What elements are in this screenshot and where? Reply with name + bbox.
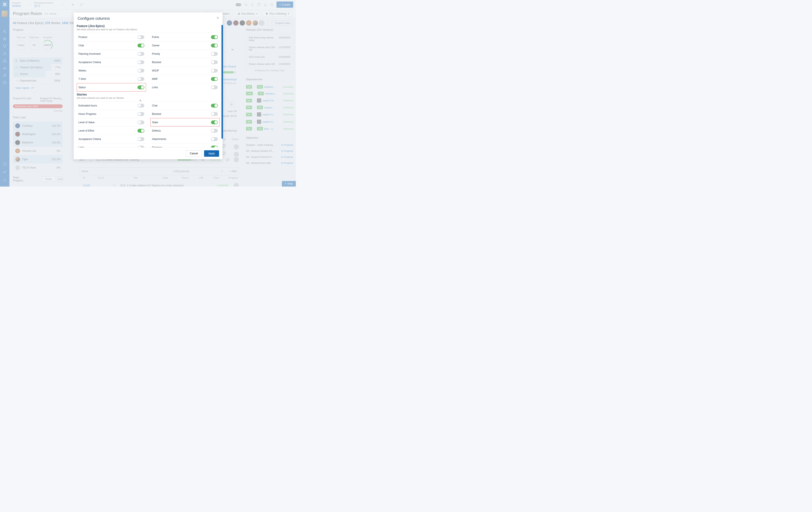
toggle-row: Planning Increment	[77, 50, 146, 58]
toggle-row: Chat	[150, 101, 220, 110]
toggle-label: Priority	[152, 52, 160, 55]
toggle-row: Progress	[150, 143, 220, 148]
toggle-switch[interactable]	[211, 129, 218, 133]
toggle-switch[interactable]	[138, 112, 144, 116]
toggle-row: Owner	[150, 41, 220, 50]
toggle-row: Links	[150, 83, 220, 91]
toggle-label: Attachments	[152, 138, 167, 141]
toggle-row: Defects	[150, 126, 220, 135]
toggle-switch[interactable]	[211, 77, 218, 81]
toggle-switch[interactable]	[138, 137, 144, 141]
toggle-row: Weeks	[77, 66, 146, 75]
toggle-label: Planning Increment	[79, 52, 100, 55]
toggle-label: Chat	[79, 44, 84, 47]
toggle-row: Links	[77, 143, 146, 148]
modal-title: Configure columns	[78, 16, 219, 21]
toggle-label: Points	[152, 36, 159, 39]
toggle-label: Owner	[152, 44, 160, 47]
toggle-label: T-Shirt	[79, 78, 86, 81]
toggle-row: Attachments	[150, 135, 220, 143]
toggle-row: MMF	[150, 75, 220, 83]
modal-scrollbar[interactable]	[222, 25, 223, 139]
toggle-label: Product	[79, 36, 87, 39]
toggle-row: Blocked	[150, 58, 220, 66]
cancel-button[interactable]: Cancel	[186, 150, 202, 157]
toggle-row: Estimated hours	[77, 101, 146, 110]
toggle-switch[interactable]	[211, 60, 218, 64]
toggle-row: Priority	[150, 50, 220, 58]
toggle-label: Acceptance Criteria	[79, 61, 101, 64]
toggle-label: Blocked	[152, 61, 161, 64]
toggle-row: Level of Effort	[77, 126, 146, 135]
toggle-row: WSJF	[150, 66, 220, 75]
toggle-switch[interactable]	[138, 43, 144, 48]
toggle-switch[interactable]	[138, 60, 144, 64]
toggle-row: T-Shirt	[77, 75, 146, 83]
toggle-row: Product	[77, 33, 146, 41]
toggle-label: Status	[79, 86, 86, 89]
toggle-switch[interactable]	[138, 35, 144, 39]
toggle-switch[interactable]	[211, 43, 218, 48]
toggle-switch[interactable]	[211, 104, 218, 108]
toggle-label: MMF	[152, 78, 158, 81]
toggle-switch[interactable]	[138, 52, 144, 56]
toggle-row: Acceptance Criteria	[77, 135, 146, 143]
toggle-switch[interactable]	[138, 69, 144, 72]
toggle-label: Blocked	[152, 113, 161, 116]
toggle-row: Blocked	[150, 110, 220, 118]
toggle-switch[interactable]	[211, 35, 218, 39]
toggle-switch[interactable]	[138, 77, 144, 81]
toggle-row: Level of Value	[77, 118, 146, 126]
toggle-label: State	[152, 121, 158, 124]
toggle-label: Progress	[152, 146, 163, 148]
toggle-label: Links	[152, 86, 158, 89]
configure-columns-modal: Configure columns ✕ Feature (Jira Epics)…	[74, 12, 223, 159]
toggle-row: Points	[150, 33, 220, 41]
toggle-label: Level of Value	[79, 121, 94, 124]
toggle-switch[interactable]	[211, 120, 218, 124]
toggle-label: Defects	[152, 129, 161, 132]
toggle-row: Chat	[77, 41, 146, 50]
toggle-switch[interactable]	[138, 146, 144, 148]
toggle-switch[interactable]	[211, 146, 218, 148]
toggle-label: WSJF	[152, 69, 159, 72]
toggle-switch[interactable]	[211, 85, 218, 89]
toggle-label: Chat	[152, 104, 157, 107]
toggle-switch[interactable]	[211, 69, 218, 72]
toggle-label: Acceptance Criteria	[79, 138, 101, 141]
toggle-label: Links	[79, 146, 84, 148]
toggle-row: Status	[77, 83, 146, 91]
toggle-switch[interactable]	[138, 85, 144, 89]
toggle-switch[interactable]	[211, 137, 218, 141]
toggle-row: Acceptance Criteria	[77, 58, 146, 66]
toggle-label: Level of Effort	[79, 129, 94, 132]
toggle-switch[interactable]	[211, 112, 218, 116]
close-icon[interactable]: ✕	[216, 16, 219, 20]
apply-button[interactable]: Apply	[204, 150, 219, 157]
toggle-label: Estimated hours	[79, 104, 97, 107]
toggle-row: Hours Progress	[77, 110, 146, 118]
toggle-label: Hours Progress	[79, 113, 96, 116]
toggle-row: State	[150, 118, 220, 126]
toggle-label: Weeks	[79, 69, 86, 72]
toggle-switch[interactable]	[138, 120, 144, 124]
toggle-switch[interactable]	[138, 129, 144, 133]
toggle-switch[interactable]	[211, 52, 218, 56]
toggle-switch[interactable]	[138, 104, 144, 108]
